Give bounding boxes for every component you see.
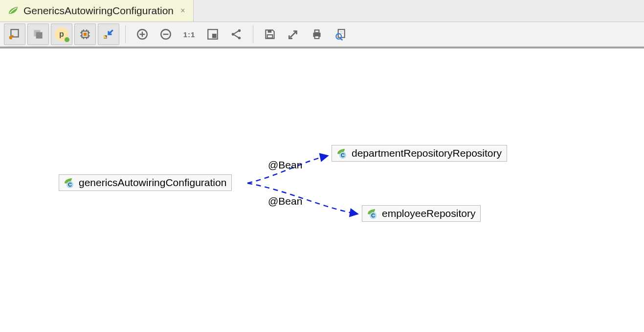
print-button[interactable] <box>306 24 328 45</box>
svg-rect-21 <box>212 34 217 38</box>
back-to-code-button[interactable] <box>4 24 25 45</box>
tab-generics-autowiring[interactable]: GenericsAutowiringConfiguration × <box>0 0 194 22</box>
stack-button[interactable] <box>27 24 49 45</box>
tab-bar: GenericsAutowiringConfiguration × <box>0 0 644 22</box>
open-external-button[interactable] <box>283 24 304 45</box>
svg-line-26 <box>234 35 239 37</box>
zoom-out-button[interactable] <box>155 24 177 45</box>
node-department-repository[interactable]: C departmentRepositoryRepository <box>332 145 507 162</box>
bean-class-icon: C <box>63 177 75 189</box>
toolbar-separator <box>253 25 253 43</box>
svg-line-36 <box>340 39 342 40</box>
svg-rect-30 <box>315 30 319 32</box>
shrink-button[interactable] <box>98 24 119 45</box>
svg-line-25 <box>234 31 239 34</box>
svg-text:C: C <box>68 182 72 188</box>
spring-icon <box>7 6 19 16</box>
zoom-actual-button[interactable]: 1:1 <box>178 24 200 45</box>
save-button[interactable] <box>259 24 281 45</box>
svg-rect-27 <box>267 35 273 38</box>
layout-button[interactable] <box>225 24 247 45</box>
toolbar: p 1:1 <box>0 22 644 48</box>
bean-profile-button[interactable]: p <box>51 24 72 45</box>
svg-rect-2 <box>36 32 43 39</box>
inspect-button[interactable] <box>330 24 351 45</box>
svg-text:C: C <box>371 213 375 218</box>
tab-title: GenericsAutowiringConfiguration <box>23 5 174 17</box>
svg-rect-4 <box>84 33 87 36</box>
chip-button[interactable] <box>74 24 96 45</box>
tab-close-button[interactable]: × <box>178 6 187 15</box>
node-employee-repository[interactable]: C employeeRepository <box>362 205 481 222</box>
bean-class-icon: C <box>366 208 378 219</box>
edge-label-bean-2: @Bean <box>268 195 302 207</box>
node-label: genericsAutowiringConfiguration <box>79 177 226 189</box>
svg-text:C: C <box>341 152 345 158</box>
edge-label-bean-1: @Bean <box>268 159 302 171</box>
diagram-canvas[interactable]: @Bean @Bean C genericsAutowiringConfigur… <box>0 48 644 332</box>
node-label: employeeRepository <box>382 208 475 219</box>
toolbar-separator <box>125 25 126 43</box>
fit-content-button[interactable] <box>202 24 223 45</box>
svg-rect-31 <box>315 36 319 38</box>
node-label: departmentRepositoryRepository <box>352 147 502 159</box>
bean-class-icon: C <box>336 147 348 159</box>
svg-rect-28 <box>268 30 272 32</box>
node-generics-autowiring-configuration[interactable]: C genericsAutowiringConfiguration <box>59 174 232 191</box>
zoom-in-button[interactable] <box>132 24 153 45</box>
